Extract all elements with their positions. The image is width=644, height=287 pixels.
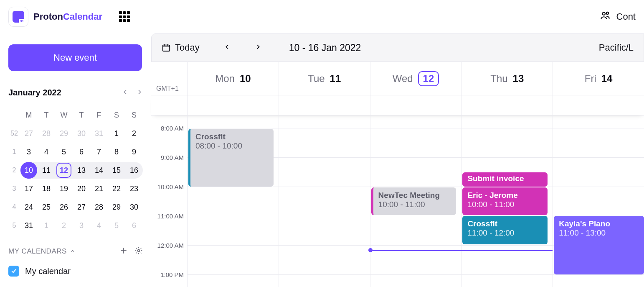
new-event-button[interactable]: New event (8, 44, 142, 71)
time-label: 8:00 AM (161, 125, 184, 132)
today-button[interactable]: Today (162, 42, 200, 53)
logo-text-proton: Proton (33, 11, 63, 22)
event-crossfit[interactable]: Crossfit 08:00 - 10:00 (188, 129, 274, 187)
contacts-label[interactable]: Cont (616, 11, 636, 22)
mini-day-today: 12 (56, 163, 71, 178)
svg-rect-3 (163, 45, 170, 51)
day-header-wed[interactable]: Wed12 (370, 62, 461, 95)
svg-point-1 (606, 12, 608, 14)
prev-month-icon[interactable] (122, 89, 129, 97)
add-calendar-icon[interactable] (119, 246, 128, 256)
mini-calendar[interactable]: M T W T F S S 52 272829303112 1 3456789 … (8, 106, 143, 235)
chevron-up-icon[interactable] (70, 248, 75, 255)
day-header-tue[interactable]: Tue11 (279, 62, 370, 95)
timezone-selector[interactable]: Pacific/L (599, 42, 634, 53)
svg-point-2 (138, 250, 140, 252)
event-crossfit2[interactable]: Crossfit 11:00 - 12:00 (462, 216, 548, 244)
svg-point-0 (602, 12, 605, 15)
app-logo[interactable]: ProtonCalendar (8, 7, 102, 27)
time-label: 11:00 AM (157, 213, 184, 220)
day-header-thu[interactable]: Thu13 (461, 62, 553, 95)
apps-grid-icon[interactable] (119, 11, 130, 22)
my-calendars-label[interactable]: MY CALENDARS (8, 247, 67, 256)
time-label: 1:00 PM (160, 271, 184, 278)
toolbar: Today 10 - 16 Jan 2022 Pacific/L (151, 33, 644, 62)
gmt-label: GMT+1 (156, 85, 179, 92)
time-label: 12:00 AM (157, 242, 184, 249)
prev-week-icon[interactable] (224, 44, 231, 52)
next-week-icon[interactable] (255, 44, 261, 52)
time-label: 9:00 AM (161, 154, 184, 161)
next-month-icon[interactable] (136, 89, 143, 97)
logo-text-calendar: Calendar (63, 11, 102, 22)
date-range: 10 - 16 Jan 2022 (289, 42, 361, 54)
event-eric[interactable]: Eric - Jerome 10:00 - 11:00 (462, 187, 548, 215)
event-newtec[interactable]: NewTec Meeting 10:00 - 11:00 (371, 187, 456, 215)
settings-icon[interactable] (134, 246, 143, 256)
event-piano[interactable]: Kayla's Piano 11:00 - 13:00 (554, 216, 644, 274)
calendar-name: My calendar (25, 266, 71, 276)
mini-day-selected: 10 (20, 162, 37, 179)
calendar-checkbox[interactable] (8, 266, 19, 277)
calendar-item[interactable]: My calendar (8, 266, 143, 277)
day-header-mon[interactable]: Mon10 (187, 62, 279, 95)
mini-calendar-month: January 2022 (8, 88, 61, 97)
event-invoice[interactable]: Submit invoice (462, 172, 548, 187)
time-label: 10:00 AM (157, 183, 184, 190)
day-header-fri[interactable]: Fri14 (553, 62, 644, 95)
contacts-icon[interactable] (600, 10, 611, 23)
